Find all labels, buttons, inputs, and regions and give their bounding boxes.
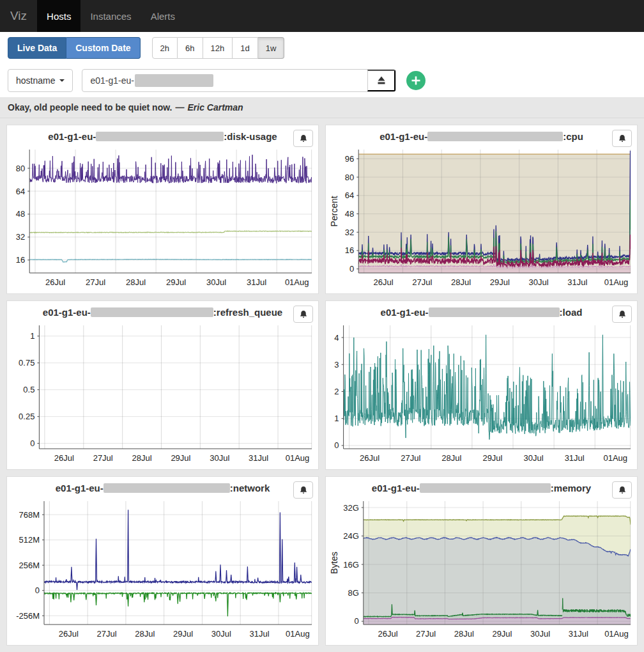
- svg-text:16: 16: [345, 245, 354, 255]
- chart-panel-load: e01-g1-eu-:load0123426Jul27Jul28Jul29Jul…: [325, 300, 638, 470]
- alert-bell-button[interactable]: [293, 130, 313, 147]
- add-chart-button[interactable]: [406, 71, 425, 90]
- chart-title-host-prefix: e01-g1-eu-: [56, 483, 103, 493]
- chart-title-metric: :load: [560, 307, 583, 318]
- time-range-group: 2h 6h 12h 1d 1w: [152, 37, 285, 59]
- chart-plot-cpu[interactable]: 016324864809626Jul27Jul28Jul29Jul30Jul31…: [330, 146, 633, 290]
- nav-tab-alerts[interactable]: Alerts: [141, 0, 185, 32]
- eject-upload-button[interactable]: [367, 70, 395, 91]
- redacted-hostname: [429, 307, 560, 317]
- host-query-input-group: e01-g1-eu-: [82, 69, 396, 92]
- host-filter-row: hostname e01-g1-eu-: [0, 64, 644, 97]
- svg-text:29Jul: 29Jul: [492, 629, 512, 639]
- svg-text:27Jul: 27Jul: [96, 629, 116, 639]
- chart-panel-cpu: e01-g1-eu-:cpu016324864809626Jul27Jul28J…: [325, 125, 638, 294]
- custom-date-button[interactable]: Custom Date: [66, 37, 140, 59]
- range-6h-button[interactable]: 6h: [178, 37, 203, 59]
- nav-tab-instances[interactable]: Instances: [80, 0, 141, 32]
- svg-text:30Jul: 30Jul: [210, 453, 229, 463]
- svg-text:27Jul: 27Jul: [401, 453, 420, 463]
- chart-title-host-prefix: e01-g1-eu-: [381, 307, 429, 318]
- chart-title-metric: :refresh_queue: [213, 307, 282, 318]
- redacted-hostname: [91, 307, 213, 317]
- svg-text:80: 80: [345, 173, 354, 182]
- chart-title-load: e01-g1-eu-:load: [330, 305, 633, 322]
- svg-text:64: 64: [345, 190, 354, 200]
- svg-text:30Jul: 30Jul: [206, 277, 226, 287]
- svg-text:28Jul: 28Jul: [441, 453, 461, 463]
- svg-text:31Jul: 31Jul: [565, 453, 585, 463]
- field-selector-label: hostname: [16, 75, 55, 86]
- svg-text:24G: 24G: [343, 531, 359, 541]
- chart-title-metric: :cpu: [563, 131, 583, 142]
- svg-text:31Jul: 31Jul: [569, 629, 588, 639]
- bell-icon: [618, 134, 627, 143]
- chart-title-refresh_queue: e01-g1-eu-:refresh_queue: [11, 305, 314, 322]
- svg-text:1: 1: [30, 331, 34, 341]
- svg-text:512M: 512M: [19, 535, 40, 545]
- chart-panel-memory: e01-g1-eu-:memory08G16G24G32G26Jul27Jul2…: [325, 476, 638, 646]
- chart-plot-refresh_queue[interactable]: 00.250.50.75126Jul27Jul28Jul29Jul30Jul31…: [11, 322, 314, 465]
- alert-bell-button[interactable]: [293, 306, 313, 323]
- svg-text:0: 0: [334, 440, 339, 450]
- svg-text:32: 32: [16, 232, 25, 242]
- quote-author: Eric Cartman: [187, 102, 243, 113]
- chart-panel-network: e01-g1-eu-:network-256M0256M512M768M26Ju…: [6, 476, 319, 646]
- live-data-button[interactable]: Live Data: [8, 37, 66, 59]
- eject-upload-icon: [376, 75, 387, 86]
- nav-tab-hosts[interactable]: Hosts: [37, 0, 80, 32]
- svg-text:27Jul: 27Jul: [86, 277, 105, 287]
- svg-text:48: 48: [16, 209, 25, 219]
- host-query-input[interactable]: e01-g1-eu-: [82, 70, 367, 91]
- svg-text:01Aug: 01Aug: [604, 629, 629, 639]
- svg-text:2: 2: [334, 387, 339, 396]
- quote-text: Okay, old people need to be quiet now.: [8, 102, 172, 113]
- bell-icon: [299, 486, 308, 495]
- svg-text:0.25: 0.25: [19, 412, 34, 421]
- alert-bell-button[interactable]: [293, 481, 313, 499]
- svg-text:96: 96: [345, 154, 354, 164]
- alert-bell-button[interactable]: [612, 130, 632, 147]
- time-controls-row: Live Data Custom Date 2h 6h 12h 1d 1w: [0, 32, 644, 64]
- svg-text:31Jul: 31Jul: [247, 277, 266, 287]
- svg-text:32: 32: [345, 228, 354, 237]
- chart-plot-network[interactable]: -256M0256M512M768M26Jul27Jul28Jul29Jul30…: [11, 497, 314, 641]
- bell-icon: [618, 486, 627, 495]
- chart-plot-load[interactable]: 0123426Jul27Jul28Jul29Jul30Jul31Jul01Aug: [330, 322, 633, 465]
- svg-text:27Jul: 27Jul: [416, 629, 436, 639]
- svg-text:0.75: 0.75: [19, 358, 34, 368]
- range-1w-button[interactable]: 1w: [258, 37, 285, 59]
- range-2h-button[interactable]: 2h: [152, 37, 178, 59]
- svg-text:26Jul: 26Jul: [374, 277, 394, 287]
- plus-icon: [411, 75, 421, 86]
- svg-text:29Jul: 29Jul: [490, 277, 510, 287]
- chart-title-host-prefix: e01-g1-eu-: [48, 131, 96, 142]
- svg-text:01Aug: 01Aug: [286, 453, 310, 463]
- svg-text:0: 0: [30, 439, 34, 448]
- bell-icon: [299, 310, 308, 319]
- alert-bell-button[interactable]: [612, 306, 632, 323]
- chevron-down-icon: [59, 79, 65, 82]
- svg-text:28Jul: 28Jul: [126, 277, 146, 287]
- svg-text:16: 16: [16, 255, 25, 265]
- chart-plot-memory[interactable]: 08G16G24G32G26Jul27Jul28Jul29Jul30Jul31J…: [330, 497, 633, 641]
- range-1d-button[interactable]: 1d: [233, 37, 257, 59]
- svg-text:01Aug: 01Aug: [603, 453, 627, 463]
- alert-bell-button[interactable]: [612, 481, 632, 499]
- range-12h-button[interactable]: 12h: [203, 37, 233, 59]
- svg-text:29Jul: 29Jul: [166, 277, 186, 287]
- chart-panel-refresh_queue: e01-g1-eu-:refresh_queue00.250.50.75126J…: [6, 300, 319, 470]
- svg-text:01Aug: 01Aug: [286, 629, 310, 639]
- chart-title-disk-usage: e01-g1-eu-:disk-usage: [11, 129, 314, 146]
- svg-text:27Jul: 27Jul: [412, 277, 432, 287]
- svg-text:4: 4: [334, 333, 339, 343]
- svg-text:Percent: Percent: [330, 196, 339, 226]
- svg-text:80: 80: [16, 164, 25, 173]
- svg-text:30Jul: 30Jul: [524, 453, 544, 463]
- svg-text:29Jul: 29Jul: [173, 629, 193, 639]
- svg-text:0: 0: [355, 616, 359, 626]
- app-brand[interactable]: Viz: [0, 0, 37, 32]
- field-selector-dropdown[interactable]: hostname: [8, 69, 73, 92]
- svg-text:16G: 16G: [343, 560, 359, 570]
- chart-plot-disk-usage[interactable]: 163248648026Jul27Jul28Jul29Jul30Jul31Jul…: [11, 146, 314, 290]
